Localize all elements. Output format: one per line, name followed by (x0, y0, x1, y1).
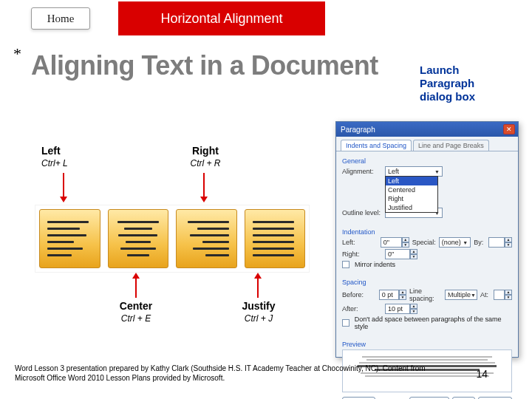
by-spinner[interactable]: ▲▼ (488, 237, 512, 248)
outline-label: Outline level: (342, 209, 382, 216)
before-label: Before: (342, 291, 376, 299)
dialog-buttons: Tabs... Default... OK Cancel (336, 394, 518, 399)
option-centered[interactable]: Centered (386, 185, 437, 194)
section-title: General (342, 157, 512, 165)
callout-line: Paragraph (420, 77, 474, 89)
tab-line-page-breaks[interactable]: Line and Page Breaks (413, 140, 489, 151)
special-label: Special: (412, 239, 436, 246)
footer-text: Word Lesson 3 presentation prepared by K… (15, 364, 429, 383)
at-spinner[interactable]: ▲▼ (494, 290, 512, 300)
chevron-down-icon: ▼ (434, 169, 440, 174)
nospace-label: Don't add space between paragraphs of th… (355, 316, 512, 330)
alignment-select[interactable]: Left ▼ (385, 166, 443, 177)
label-name: Left (41, 145, 93, 157)
nospace-checkbox[interactable] (342, 319, 349, 327)
after-label: After: (342, 305, 382, 313)
dialog-tabs: Indents and Spacing Line and Page Breaks (336, 137, 518, 151)
arrow-up-icon (257, 277, 259, 298)
indent-left-spinner[interactable]: 0"▲▼ (381, 237, 409, 248)
dialog-title: Paragraph (341, 126, 375, 134)
section-title: Spacing (342, 279, 512, 286)
alignment-value: Left (388, 168, 399, 175)
section-preview: Preview (336, 335, 518, 348)
at-label: At: (480, 291, 491, 299)
align-justify-icon[interactable] (245, 209, 306, 268)
option-right[interactable]: Right (386, 194, 437, 203)
label-shortcut: Ctrl+ L (41, 158, 93, 168)
label-shortcut: Ctrl + R (180, 158, 231, 168)
label-right: Right Ctrl + R (180, 145, 231, 168)
close-icon[interactable]: ✕ (503, 124, 515, 134)
banner: Horizontal Alignment (118, 1, 325, 35)
section-indentation: Indentation Left: 0"▲▼ Special: (none)▼ … (336, 222, 518, 273)
label-shortcut: Ctrl + J (229, 313, 288, 324)
before-spinner[interactable]: 0 pt▲▼ (379, 290, 406, 300)
indent-right-spinner[interactable]: 0"▲▼ (385, 249, 417, 259)
after-spinner[interactable]: 10 pt▲▼ (385, 304, 417, 314)
page-title: Aligning Text in a Document (31, 50, 378, 81)
by-label: By: (474, 239, 485, 246)
dialog-titlebar: Paragraph ✕ (336, 122, 518, 137)
indent-left-label: Left: (342, 239, 378, 246)
label-justify: Justify Ctrl + J (229, 300, 288, 324)
arrow-down-icon (203, 173, 205, 198)
option-justified[interactable]: Justified (386, 203, 437, 212)
label-center: Center Ctrl + E (106, 300, 166, 324)
align-center-icon[interactable] (108, 209, 169, 268)
arrow-up-icon (135, 277, 137, 298)
section-title: Indentation (342, 228, 512, 236)
label-left: Left Ctrl+ L (41, 145, 93, 168)
mirror-label: Mirror indents (355, 261, 395, 268)
callout-launch-paragraph: Launch Paragraph dialog box (420, 64, 508, 103)
section-general: General Alignment: Left ▼ Left Centered … (336, 151, 518, 222)
linespacing-select[interactable]: Multiple▼ (445, 290, 477, 300)
align-right-icon[interactable] (176, 209, 237, 268)
arrow-down-icon (63, 173, 64, 198)
mirror-checkbox[interactable] (342, 261, 349, 268)
page-number: 14 (476, 368, 488, 380)
callout-line: dialog box (420, 90, 475, 103)
paragraph-dialog: Paragraph ✕ Indents and Spacing Line and… (335, 121, 519, 358)
align-left-icon[interactable] (39, 209, 100, 268)
option-left[interactable]: Left (386, 177, 437, 185)
alignment-label: Alignment: (342, 168, 382, 175)
linespacing-label: Line spacing: (409, 287, 442, 302)
label-shortcut: Ctrl + E (106, 313, 166, 324)
section-title: Preview (342, 341, 512, 348)
callout-line: Launch (420, 64, 459, 76)
indent-right-label: Right: (342, 250, 382, 258)
special-select[interactable]: (none)▼ (439, 237, 471, 248)
alignment-icons (35, 205, 309, 272)
alignment-dropdown-list: Left Centered Right Justified (385, 176, 438, 213)
section-spacing: Spacing Before: 0 pt▲▼ Line spacing: Mul… (336, 273, 518, 335)
label-name: Center (106, 300, 166, 312)
home-button[interactable]: Home (31, 7, 90, 30)
label-name: Right (180, 145, 231, 157)
label-name: Justify (229, 300, 288, 312)
tab-indents-spacing[interactable]: Indents and Spacing (341, 140, 412, 151)
title-bullet: * (13, 44, 21, 64)
